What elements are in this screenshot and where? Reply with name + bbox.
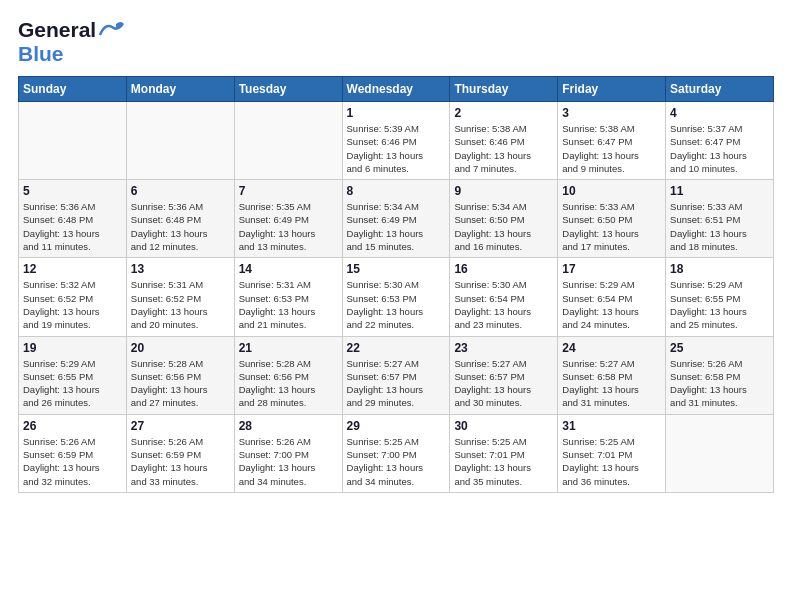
table-row: 25Sunrise: 5:26 AM Sunset: 6:58 PM Dayli…	[666, 336, 774, 414]
table-row: 13Sunrise: 5:31 AM Sunset: 6:52 PM Dayli…	[126, 258, 234, 336]
table-row: 11Sunrise: 5:33 AM Sunset: 6:51 PM Dayli…	[666, 180, 774, 258]
day-info: Sunrise: 5:29 AM Sunset: 6:55 PM Dayligh…	[23, 357, 122, 410]
table-row: 30Sunrise: 5:25 AM Sunset: 7:01 PM Dayli…	[450, 414, 558, 492]
day-number: 26	[23, 419, 122, 433]
day-number: 9	[454, 184, 553, 198]
table-row: 20Sunrise: 5:28 AM Sunset: 6:56 PM Dayli…	[126, 336, 234, 414]
table-row: 7Sunrise: 5:35 AM Sunset: 6:49 PM Daylig…	[234, 180, 342, 258]
day-info: Sunrise: 5:39 AM Sunset: 6:46 PM Dayligh…	[347, 122, 446, 175]
day-info: Sunrise: 5:38 AM Sunset: 6:46 PM Dayligh…	[454, 122, 553, 175]
calendar-week-5: 26Sunrise: 5:26 AM Sunset: 6:59 PM Dayli…	[19, 414, 774, 492]
day-info: Sunrise: 5:26 AM Sunset: 6:59 PM Dayligh…	[23, 435, 122, 488]
header: GeneralBlue	[18, 18, 774, 66]
day-number: 23	[454, 341, 553, 355]
table-row: 23Sunrise: 5:27 AM Sunset: 6:57 PM Dayli…	[450, 336, 558, 414]
table-row: 28Sunrise: 5:26 AM Sunset: 7:00 PM Dayli…	[234, 414, 342, 492]
day-number: 14	[239, 262, 338, 276]
day-info: Sunrise: 5:38 AM Sunset: 6:47 PM Dayligh…	[562, 122, 661, 175]
day-info: Sunrise: 5:28 AM Sunset: 6:56 PM Dayligh…	[131, 357, 230, 410]
day-info: Sunrise: 5:26 AM Sunset: 7:00 PM Dayligh…	[239, 435, 338, 488]
table-row: 26Sunrise: 5:26 AM Sunset: 6:59 PM Dayli…	[19, 414, 127, 492]
day-number: 20	[131, 341, 230, 355]
day-number: 19	[23, 341, 122, 355]
day-info: Sunrise: 5:32 AM Sunset: 6:52 PM Dayligh…	[23, 278, 122, 331]
day-info: Sunrise: 5:26 AM Sunset: 6:59 PM Dayligh…	[131, 435, 230, 488]
day-number: 2	[454, 106, 553, 120]
table-row	[666, 414, 774, 492]
day-number: 6	[131, 184, 230, 198]
day-number: 3	[562, 106, 661, 120]
calendar-week-4: 19Sunrise: 5:29 AM Sunset: 6:55 PM Dayli…	[19, 336, 774, 414]
logo: GeneralBlue	[18, 18, 126, 66]
table-row: 12Sunrise: 5:32 AM Sunset: 6:52 PM Dayli…	[19, 258, 127, 336]
day-info: Sunrise: 5:34 AM Sunset: 6:49 PM Dayligh…	[347, 200, 446, 253]
day-info: Sunrise: 5:27 AM Sunset: 6:58 PM Dayligh…	[562, 357, 661, 410]
day-number: 31	[562, 419, 661, 433]
day-number: 28	[239, 419, 338, 433]
table-row: 14Sunrise: 5:31 AM Sunset: 6:53 PM Dayli…	[234, 258, 342, 336]
table-row: 27Sunrise: 5:26 AM Sunset: 6:59 PM Dayli…	[126, 414, 234, 492]
day-info: Sunrise: 5:25 AM Sunset: 7:00 PM Dayligh…	[347, 435, 446, 488]
table-row: 3Sunrise: 5:38 AM Sunset: 6:47 PM Daylig…	[558, 102, 666, 180]
day-info: Sunrise: 5:36 AM Sunset: 6:48 PM Dayligh…	[131, 200, 230, 253]
table-row: 24Sunrise: 5:27 AM Sunset: 6:58 PM Dayli…	[558, 336, 666, 414]
table-row: 2Sunrise: 5:38 AM Sunset: 6:46 PM Daylig…	[450, 102, 558, 180]
day-number: 18	[670, 262, 769, 276]
day-number: 5	[23, 184, 122, 198]
day-info: Sunrise: 5:29 AM Sunset: 6:54 PM Dayligh…	[562, 278, 661, 331]
table-row: 15Sunrise: 5:30 AM Sunset: 6:53 PM Dayli…	[342, 258, 450, 336]
weekday-header-row: SundayMondayTuesdayWednesdayThursdayFrid…	[19, 77, 774, 102]
day-number: 24	[562, 341, 661, 355]
logo-swoosh-icon	[98, 19, 126, 41]
day-info: Sunrise: 5:25 AM Sunset: 7:01 PM Dayligh…	[562, 435, 661, 488]
day-info: Sunrise: 5:26 AM Sunset: 6:58 PM Dayligh…	[670, 357, 769, 410]
weekday-saturday: Saturday	[666, 77, 774, 102]
day-number: 29	[347, 419, 446, 433]
day-number: 21	[239, 341, 338, 355]
day-number: 11	[670, 184, 769, 198]
day-info: Sunrise: 5:30 AM Sunset: 6:53 PM Dayligh…	[347, 278, 446, 331]
table-row	[234, 102, 342, 180]
day-number: 1	[347, 106, 446, 120]
day-number: 30	[454, 419, 553, 433]
weekday-monday: Monday	[126, 77, 234, 102]
table-row: 1Sunrise: 5:39 AM Sunset: 6:46 PM Daylig…	[342, 102, 450, 180]
day-number: 10	[562, 184, 661, 198]
page: GeneralBlue SundayMondayTuesdayWednesday…	[0, 0, 792, 503]
day-info: Sunrise: 5:30 AM Sunset: 6:54 PM Dayligh…	[454, 278, 553, 331]
weekday-friday: Friday	[558, 77, 666, 102]
table-row: 16Sunrise: 5:30 AM Sunset: 6:54 PM Dayli…	[450, 258, 558, 336]
day-info: Sunrise: 5:31 AM Sunset: 6:52 PM Dayligh…	[131, 278, 230, 331]
table-row: 22Sunrise: 5:27 AM Sunset: 6:57 PM Dayli…	[342, 336, 450, 414]
day-number: 17	[562, 262, 661, 276]
calendar-week-3: 12Sunrise: 5:32 AM Sunset: 6:52 PM Dayli…	[19, 258, 774, 336]
logo-blue-label: Blue	[18, 42, 64, 66]
day-number: 25	[670, 341, 769, 355]
calendar-table: SundayMondayTuesdayWednesdayThursdayFrid…	[18, 76, 774, 493]
day-number: 27	[131, 419, 230, 433]
logo-general-text: General	[18, 18, 96, 42]
day-number: 7	[239, 184, 338, 198]
weekday-wednesday: Wednesday	[342, 77, 450, 102]
calendar-week-2: 5Sunrise: 5:36 AM Sunset: 6:48 PM Daylig…	[19, 180, 774, 258]
table-row: 31Sunrise: 5:25 AM Sunset: 7:01 PM Dayli…	[558, 414, 666, 492]
table-row: 8Sunrise: 5:34 AM Sunset: 6:49 PM Daylig…	[342, 180, 450, 258]
table-row: 17Sunrise: 5:29 AM Sunset: 6:54 PM Dayli…	[558, 258, 666, 336]
day-number: 15	[347, 262, 446, 276]
table-row: 18Sunrise: 5:29 AM Sunset: 6:55 PM Dayli…	[666, 258, 774, 336]
table-row	[126, 102, 234, 180]
table-row: 21Sunrise: 5:28 AM Sunset: 6:56 PM Dayli…	[234, 336, 342, 414]
table-row: 5Sunrise: 5:36 AM Sunset: 6:48 PM Daylig…	[19, 180, 127, 258]
day-info: Sunrise: 5:36 AM Sunset: 6:48 PM Dayligh…	[23, 200, 122, 253]
day-info: Sunrise: 5:27 AM Sunset: 6:57 PM Dayligh…	[454, 357, 553, 410]
weekday-thursday: Thursday	[450, 77, 558, 102]
weekday-tuesday: Tuesday	[234, 77, 342, 102]
table-row: 10Sunrise: 5:33 AM Sunset: 6:50 PM Dayli…	[558, 180, 666, 258]
calendar-week-1: 1Sunrise: 5:39 AM Sunset: 6:46 PM Daylig…	[19, 102, 774, 180]
day-info: Sunrise: 5:29 AM Sunset: 6:55 PM Dayligh…	[670, 278, 769, 331]
table-row: 6Sunrise: 5:36 AM Sunset: 6:48 PM Daylig…	[126, 180, 234, 258]
table-row: 19Sunrise: 5:29 AM Sunset: 6:55 PM Dayli…	[19, 336, 127, 414]
day-number: 22	[347, 341, 446, 355]
day-info: Sunrise: 5:31 AM Sunset: 6:53 PM Dayligh…	[239, 278, 338, 331]
day-number: 13	[131, 262, 230, 276]
